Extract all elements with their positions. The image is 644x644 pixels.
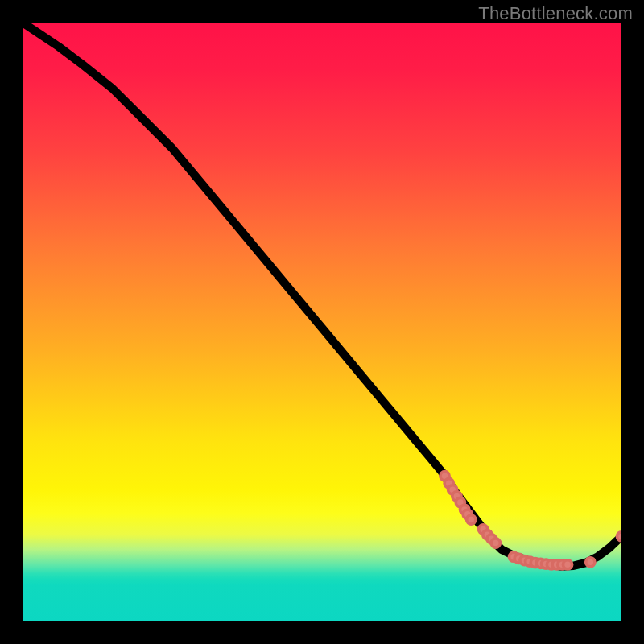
bottleneck-curve — [23, 23, 621, 567]
chart-svg — [23, 23, 621, 621]
watermark-text: TheBottleneck.com — [478, 3, 633, 24]
data-point — [617, 532, 621, 541]
plot-area — [23, 23, 621, 621]
chart-frame: TheBottleneck.com — [0, 0, 644, 644]
data-point — [586, 558, 595, 567]
data-point — [563, 560, 572, 569]
data-point — [491, 539, 500, 547]
data-point — [467, 515, 476, 524]
